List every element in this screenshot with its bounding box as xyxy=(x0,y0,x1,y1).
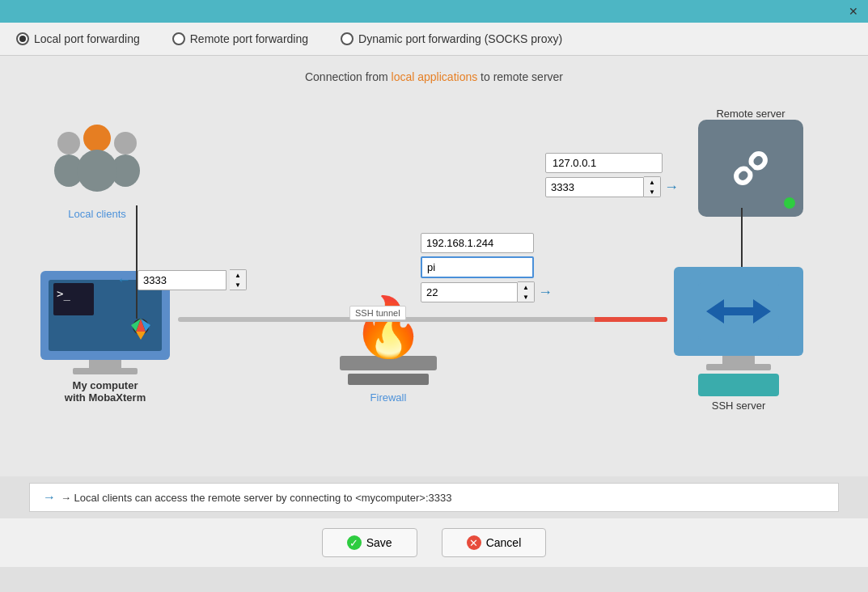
svg-point-2 xyxy=(114,132,137,154)
ssh-feet xyxy=(706,364,771,370)
local-port-down[interactable]: ▼ xyxy=(230,280,246,290)
ssh-port-spinner[interactable]: ▲ ▼ xyxy=(518,281,535,302)
double-arrow-icon xyxy=(698,283,779,340)
ssh-server-group: SSH server xyxy=(674,267,803,412)
remote-port-down[interactable]: ▼ xyxy=(644,187,660,197)
firewall-label: Firewall xyxy=(340,391,437,404)
remote-ip-input[interactable]: 127.0.0.1 xyxy=(545,153,663,173)
ssh-port-input[interactable] xyxy=(421,282,518,302)
people-icon xyxy=(49,121,146,201)
ssh-port-up[interactable]: ▲ xyxy=(518,282,534,292)
chain-link-icon xyxy=(722,140,779,197)
ssh-server-label: SSH server xyxy=(674,400,803,412)
cancel-button[interactable]: ✕ Cancel xyxy=(442,528,547,557)
local-clients-label: Local clients xyxy=(49,208,146,220)
ssh-connection-group: ▲ ▼ → xyxy=(421,233,553,302)
computer-feet xyxy=(73,368,138,374)
radio-remote[interactable]: Remote port forwarding xyxy=(172,32,308,45)
local-port-spinner[interactable]: ▲ ▼ xyxy=(230,269,247,290)
tunnel-label: SSH tunnel xyxy=(349,306,406,320)
remote-port-up[interactable]: ▲ xyxy=(644,177,660,187)
tunnel-line-bg xyxy=(178,317,667,322)
svg-point-5 xyxy=(77,150,117,192)
radio-dynamic-indicator xyxy=(341,32,354,45)
firewall-base2 xyxy=(348,374,429,385)
radio-local[interactable]: Local port forwarding xyxy=(16,32,140,45)
ssh-port-down[interactable]: ▼ xyxy=(518,292,534,302)
radio-local-label: Local port forwarding xyxy=(34,32,140,45)
diagram-area: Connection from local applications to re… xyxy=(0,56,868,476)
local-port-up[interactable]: ▲ xyxy=(230,270,246,280)
status-text: → Local clients can access the remote se… xyxy=(61,492,451,504)
svg-point-4 xyxy=(83,125,111,152)
radio-dynamic-label: Dynamic port forwarding (SOCKS proxy) xyxy=(358,32,562,45)
status-bar-container: → → Local clients can access the remote … xyxy=(13,483,855,512)
mobaxterm-logo xyxy=(125,315,157,348)
radio-remote-indicator xyxy=(172,32,185,45)
ssh-host-input[interactable] xyxy=(421,233,534,253)
tunnel-line-container xyxy=(178,311,667,328)
ssh-arrow-right: → xyxy=(538,284,553,301)
cancel-icon: ✕ xyxy=(467,535,481,550)
remote-server-icon xyxy=(698,120,803,217)
save-button[interactable]: ✓ Save xyxy=(322,528,417,557)
local-arrow-left: ← xyxy=(116,272,131,289)
remote-server-group: Remote server xyxy=(698,104,803,217)
remote-port-input[interactable] xyxy=(545,177,644,197)
status-bar: → → Local clients can access the remote … xyxy=(29,483,839,512)
radio-options-row: Local port forwarding Remote port forwar… xyxy=(0,23,868,56)
status-arrow-icon: → xyxy=(43,490,56,505)
radio-local-indicator xyxy=(16,32,29,45)
diagram-title: Connection from local applications to re… xyxy=(305,70,563,83)
title-bar: ✕ xyxy=(0,0,868,23)
ssh-monitor-screen xyxy=(674,267,803,356)
my-computer-label: My computerwith MobaXterm xyxy=(40,379,170,404)
svg-text:>_: >_ xyxy=(57,287,70,301)
my-computer-group: >_ My computerwith MobaXterm xyxy=(40,271,170,404)
ssh-teal-box xyxy=(698,374,779,396)
cancel-label: Cancel xyxy=(486,536,522,549)
ssh-base xyxy=(722,356,755,364)
green-status-dot xyxy=(784,197,795,209)
computer-screen-inner: >_ xyxy=(49,280,162,351)
save-icon: ✓ xyxy=(347,535,362,550)
computer-base xyxy=(89,360,121,368)
remote-ip-group: 127.0.0.1 ▲ ▼ → xyxy=(545,153,682,197)
close-button[interactable]: ✕ xyxy=(845,3,862,19)
radio-remote-label: Remote port forwarding xyxy=(190,32,308,45)
tunnel-red-segment xyxy=(595,317,667,322)
save-label: Save xyxy=(366,536,392,549)
svg-point-0 xyxy=(57,132,80,154)
people-to-computer-vline xyxy=(136,205,138,319)
ssh-user-input[interactable] xyxy=(421,256,534,278)
svg-marker-15 xyxy=(136,332,146,340)
remote-arrow-right: → xyxy=(664,179,679,196)
local-port-input[interactable] xyxy=(138,270,227,290)
radio-dynamic[interactable]: Dynamic port forwarding (SOCKS proxy) xyxy=(341,32,562,45)
remote-server-label: Remote server xyxy=(698,108,803,120)
terminal-icon: >_ xyxy=(53,283,94,315)
button-row: ✓ Save ✕ Cancel xyxy=(0,518,868,567)
remote-port-spinner[interactable]: ▲ ▼ xyxy=(644,176,661,197)
local-port-group: ← ▲ ▼ xyxy=(113,269,247,290)
local-clients-group: Local clients xyxy=(49,121,146,220)
